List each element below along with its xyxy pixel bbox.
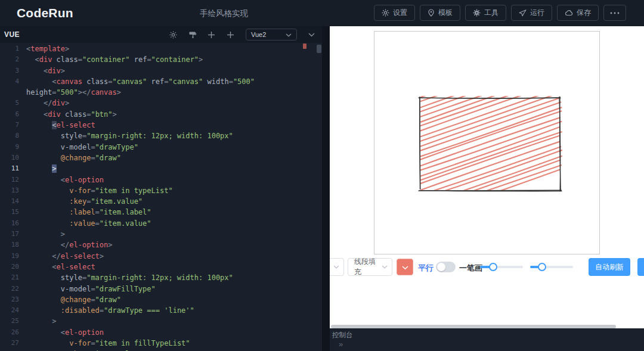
console-prompt-icon[interactable]: »	[339, 340, 343, 349]
code-text: v-model="drawType"	[26, 142, 138, 153]
slider-handle[interactable]	[489, 263, 497, 271]
code-line: 9 v-model="drawType"	[0, 142, 322, 153]
code-line: 22 v-model="drawFillType"	[0, 284, 322, 294]
framework-select[interactable]: Vue2	[246, 29, 297, 41]
line-number: 20	[0, 262, 26, 272]
line-number: 15	[0, 207, 26, 218]
cloud-icon	[565, 10, 573, 16]
line-number: 19	[0, 251, 26, 262]
line-number: 23	[0, 294, 26, 305]
line-number: 6	[0, 109, 26, 120]
code-line: 13 v-for="item in typeList"	[0, 185, 322, 196]
code-text: style="margin-right: 12px; width: 100px"	[26, 131, 233, 141]
header-actions: 设置 模板 工具 运行 保存	[374, 5, 626, 21]
code-text: <div class="container" ref="container">	[26, 54, 203, 65]
framework-select-value: Vue2	[251, 31, 266, 38]
code-line: 12 <el-option	[0, 175, 322, 185]
add-resource-icon[interactable]	[227, 31, 234, 39]
code-text: </el-option>	[26, 240, 113, 250]
run-label: 运行	[530, 8, 544, 18]
code-text: :key="item.value"	[26, 349, 143, 351]
parallel-switch[interactable]	[436, 262, 456, 272]
app-logo: CodeRun	[17, 6, 73, 20]
collapse-chevron-icon[interactable]	[308, 33, 315, 37]
line-number: 24	[0, 305, 26, 316]
code-line: 19 </el-select>	[0, 251, 322, 262]
line-number: 14	[0, 196, 26, 207]
stroke-width-slider[interactable]	[530, 266, 573, 268]
line-number: 4	[0, 76, 26, 87]
ellipsis-icon	[610, 12, 620, 14]
line-number: 10	[0, 153, 26, 163]
more-button[interactable]	[603, 5, 626, 21]
code-text: >	[26, 229, 65, 240]
slider-handle[interactable]	[538, 263, 546, 271]
line-number: 16	[0, 218, 26, 229]
add-panel-icon[interactable]	[208, 31, 215, 39]
templates-button[interactable]: 模板	[420, 5, 460, 21]
format-paint-roller-icon[interactable]	[188, 31, 196, 39]
settings-label: 设置	[393, 8, 407, 18]
code-line: 5 </div>	[0, 98, 322, 108]
code-text: v-for="item in fillTypeList"	[26, 338, 190, 349]
gear-icon	[382, 9, 389, 17]
run-button[interactable]: 运行	[511, 5, 552, 21]
pin-icon	[428, 9, 435, 17]
parallel-label: 平行	[418, 263, 434, 274]
code-text: style="margin-right: 12px; width: 100px"	[26, 272, 233, 283]
code-text: :label="item.label"	[26, 207, 151, 218]
code-text: @change="draw"	[26, 294, 121, 305]
line-number: 3	[0, 66, 26, 76]
line-number: 1	[0, 44, 26, 54]
line-number: 7	[0, 120, 26, 131]
line-number: 22	[0, 284, 26, 294]
line-number: 25	[0, 316, 26, 327]
line-number: 18	[0, 240, 26, 250]
panel-resizer[interactable]	[322, 26, 330, 351]
draw-type-select[interactable]	[330, 258, 344, 276]
templates-label: 模板	[438, 8, 453, 18]
line-number: 27	[0, 338, 26, 349]
auto-refresh-button[interactable]: 自动刷新	[589, 258, 630, 276]
code-line: height="500"></canvas>	[0, 87, 322, 98]
editor-toolbar: Vue2	[169, 26, 315, 43]
line-number: 21	[0, 272, 26, 283]
code-line: 6 <div class="btn">	[0, 109, 322, 120]
tab-vue[interactable]: VUE	[4, 30, 20, 39]
coderun-app: CodeRun 手绘风格实现 设置 模板 工具 运行 保存	[0, 0, 644, 351]
code-text: @change="draw"	[26, 153, 121, 163]
code-text: <el-select	[26, 120, 95, 131]
code-text: v-for="item in typeList"	[26, 185, 173, 196]
editor-scrollbar[interactable]	[317, 45, 321, 53]
code-line: 11 >	[0, 163, 322, 174]
save-button[interactable]: 保存	[557, 5, 599, 21]
code-editor[interactable]: 1<template>2 <div class="container" ref=…	[0, 43, 322, 351]
preview-canvas[interactable]	[374, 31, 600, 254]
code-rows: 1<template>2 <div class="container" ref=…	[0, 44, 322, 351]
code-line: 16 :value="item.value"	[0, 218, 322, 229]
code-text: <canvas class="canvas" ref="canvas" widt…	[26, 76, 255, 87]
code-line: 8 style="margin-right: 12px; width: 100p…	[0, 131, 322, 141]
line-number: 2	[0, 54, 26, 65]
settings-button[interactable]: 设置	[374, 5, 415, 21]
tools-button[interactable]: 工具	[465, 5, 506, 21]
fill-type-value: 线段填充	[348, 257, 382, 277]
code-text: height="500"></canvas>	[26, 87, 121, 98]
app-header: CodeRun 手绘风格实现 设置 模板 工具 运行 保存	[0, 0, 644, 26]
code-text: </el-select>	[26, 251, 104, 262]
code-line: 23 @change="draw"	[0, 294, 322, 305]
theme-sun-icon[interactable]	[169, 31, 177, 39]
line-number: 28	[0, 349, 26, 351]
code-line: 15 :label="item.label"	[0, 207, 322, 218]
code-line: 27 v-for="item in fillTypeList"	[0, 338, 322, 349]
code-line: 10 @change="draw"	[0, 153, 322, 163]
code-text: <el-option	[26, 175, 104, 185]
line-number: 17	[0, 229, 26, 240]
color-picker-button[interactable]	[397, 259, 413, 275]
fill-type-select[interactable]: 线段填充	[348, 258, 392, 276]
line-number: 12	[0, 175, 26, 185]
roughness-slider[interactable]	[480, 266, 523, 268]
hand-drawn-rectangle	[417, 95, 566, 196]
clipped-action-button[interactable]	[637, 258, 644, 276]
project-title: 手绘风格实现	[200, 8, 248, 19]
